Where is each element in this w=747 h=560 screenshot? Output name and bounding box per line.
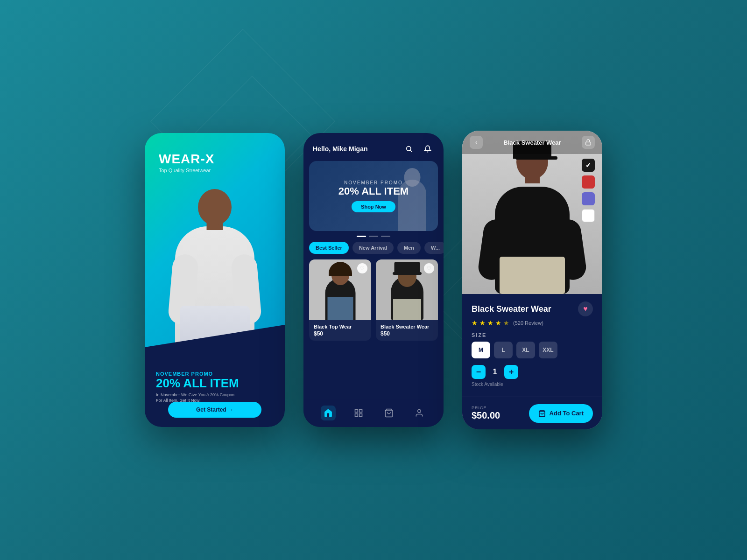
- greeting-text: Hello, Mike Migan: [313, 145, 367, 153]
- color-white[interactable]: [582, 209, 595, 222]
- favorite-button[interactable]: ♥: [578, 301, 593, 316]
- size-label: SIZE: [472, 332, 593, 338]
- product-detail-header: ‹ Black Sweater Wear: [462, 131, 602, 154]
- color-red[interactable]: [582, 175, 595, 189]
- add-to-cart-button[interactable]: Add To Cart: [529, 404, 593, 423]
- dot-1: [357, 236, 366, 237]
- svg-point-7: [417, 410, 421, 413]
- tab-women[interactable]: W...: [424, 242, 444, 254]
- wishlist-icon-1[interactable]: ♡: [357, 263, 367, 273]
- size-section: SIZE M L XL XXL: [472, 332, 593, 358]
- nav-user-icon[interactable]: [412, 406, 427, 420]
- dot-3: [381, 236, 390, 237]
- quantity-value: 1: [490, 368, 500, 376]
- size-XXL[interactable]: XXL: [539, 342, 557, 358]
- product-price-2: $50: [381, 330, 433, 337]
- svg-rect-4: [355, 414, 358, 417]
- product-grid: ♡ Black Top Wear $50: [303, 259, 444, 341]
- phone1-gradient-top: WEAR-X Top Quality Streetwear: [145, 133, 285, 362]
- star-3: ★: [487, 319, 493, 327]
- banner-promo-label: NOVEMBER PROMO: [338, 180, 409, 185]
- size-options: M L XL XXL: [472, 342, 593, 358]
- stock-text: Stock Available: [472, 382, 593, 387]
- phone3-detail: ‹ Black Sweater Wear: [462, 131, 602, 429]
- model-container: [163, 189, 266, 362]
- nav-bag-icon[interactable]: [381, 406, 396, 420]
- wishlist-icon-2[interactable]: ♡: [424, 263, 434, 273]
- banner-title: 20% ALL ITEM: [338, 185, 409, 197]
- star-5: ★: [503, 319, 509, 327]
- nav-grid-icon[interactable]: [351, 406, 366, 420]
- quantity-decrease[interactable]: −: [472, 365, 486, 379]
- banner-dots: [303, 236, 444, 237]
- product-img-1: ♡: [309, 259, 371, 320]
- color-selector: ✓: [582, 159, 595, 222]
- product-name-1: Black Top Wear: [314, 324, 366, 329]
- product-bottom-bar: Price $50.00 Add To Cart: [462, 397, 602, 429]
- star-2: ★: [479, 319, 486, 327]
- brand-logo: WEAR-X: [159, 152, 271, 167]
- product-image-area: ✓: [462, 131, 602, 294]
- color-black[interactable]: ✓: [582, 159, 595, 172]
- product-price-1: $50: [314, 330, 366, 337]
- review-count: (520 Review): [513, 320, 543, 326]
- tab-best-seller[interactable]: Best Seller: [309, 242, 349, 254]
- back-button[interactable]: ‹: [470, 136, 483, 149]
- quantity-increase[interactable]: +: [504, 365, 518, 379]
- price-value: $50.00: [472, 410, 500, 421]
- cart-icon-button[interactable]: [582, 136, 595, 149]
- svg-point-0: [407, 147, 411, 151]
- product-card-1: ♡ Black Top Wear $50: [309, 259, 371, 341]
- product-card-2: ♡ Black Sweater Wear $50: [376, 259, 438, 341]
- category-tabs: Best Seller New Arrival Men W...: [303, 242, 444, 254]
- price-section: Price $50.00: [472, 406, 500, 421]
- model-head: [198, 189, 232, 225]
- sweater-model: [476, 140, 588, 294]
- detail-header-row: Black Sweater Wear ♥: [472, 301, 593, 316]
- notification-icon[interactable]: [421, 142, 434, 155]
- model-pants: [180, 306, 250, 362]
- product-img-2: ♡: [376, 259, 438, 320]
- get-started-button[interactable]: Get Started →: [168, 402, 261, 418]
- phone2-header: Hello, Mike Migan: [303, 133, 444, 161]
- price-label: Price: [472, 406, 500, 410]
- size-M[interactable]: M: [472, 342, 490, 358]
- star-4: ★: [495, 319, 501, 327]
- svg-rect-3: [359, 410, 362, 413]
- phone1-logo-section: WEAR-X Top Quality Streetwear: [145, 133, 285, 173]
- svg-rect-8: [586, 142, 591, 145]
- product-detail-name: Black Sweater Wear: [472, 304, 551, 314]
- star-1: ★: [472, 319, 478, 327]
- bottom-navigation: [303, 399, 444, 427]
- phone2-home: Hello, Mike Migan: [303, 133, 444, 427]
- product-info-1: Black Top Wear $50: [309, 320, 371, 341]
- shop-now-button[interactable]: Shop Now: [352, 201, 395, 212]
- search-icon[interactable]: [402, 142, 416, 155]
- quantity-row: − 1 +: [472, 365, 593, 379]
- svg-rect-5: [359, 414, 362, 417]
- phone1-splash: WEAR-X Top Quality Streetwear NOVEMBER P…: [145, 133, 285, 427]
- phone1-promo-title: 20% ALL ITEM: [156, 377, 274, 390]
- header-icons: [402, 142, 434, 155]
- brand-tagline: Top Quality Streetwear: [159, 168, 271, 173]
- product-name-2: Black Sweater Wear: [381, 324, 433, 329]
- tab-new-arrival[interactable]: New Arrival: [352, 242, 394, 254]
- phone1-dark-bottom: NOVEMBER PROMO 20% ALL ITEM In November …: [145, 362, 285, 427]
- dot-2: [369, 236, 378, 237]
- color-purple[interactable]: [582, 192, 595, 205]
- banner-text: NOVEMBER PROMO 20% ALL ITEM Shop Now: [338, 180, 409, 212]
- tab-men[interactable]: Men: [397, 242, 421, 254]
- nav-home-icon[interactable]: [321, 406, 336, 420]
- rating-row: ★ ★ ★ ★ ★ (520 Review): [472, 319, 593, 327]
- product-info-2: Black Sweater Wear $50: [376, 320, 438, 341]
- product-header-title: Black Sweater Wear: [503, 139, 561, 146]
- svg-rect-2: [355, 410, 358, 413]
- size-L[interactable]: L: [494, 342, 513, 358]
- promo-banner: NOVEMBER PROMO 20% ALL ITEM Shop Now: [309, 161, 438, 231]
- svg-line-1: [410, 150, 412, 152]
- size-XL[interactable]: XL: [516, 342, 535, 358]
- phones-container: WEAR-X Top Quality Streetwear NOVEMBER P…: [145, 131, 602, 429]
